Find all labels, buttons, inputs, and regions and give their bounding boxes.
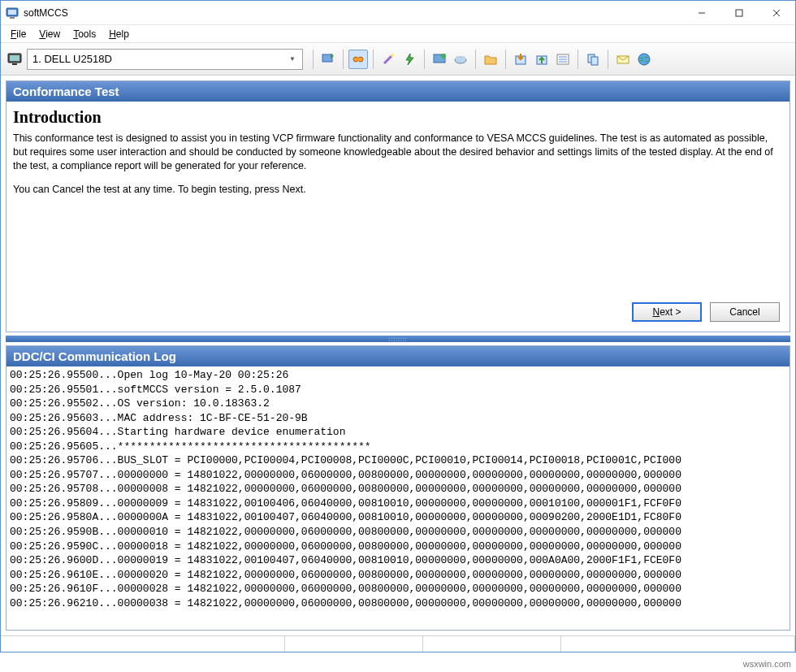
refresh-icon[interactable]: [318, 50, 338, 69]
watermark: wsxwin.com: [743, 659, 791, 669]
close-button[interactable]: [758, 1, 795, 24]
status-cell-3: [423, 636, 561, 652]
svg-rect-8: [10, 55, 19, 61]
chevron-down-icon: ▼: [286, 53, 299, 66]
conformance-body: Introduction This conformance test is de…: [6, 102, 790, 332]
svg-rect-1: [8, 10, 16, 15]
globe-icon[interactable]: [634, 50, 654, 69]
toolbar-separator: [475, 50, 476, 69]
toolbar-separator: [373, 50, 374, 69]
copy-icon[interactable]: [583, 50, 603, 69]
svg-point-17: [441, 54, 446, 59]
svg-rect-13: [356, 58, 361, 60]
display-select[interactable]: 1. DELL U2518D ▼: [27, 49, 303, 70]
menu-help[interactable]: Help: [102, 27, 136, 41]
log-panel-title: DDC/CI Communication Log: [6, 346, 790, 366]
maximize-button[interactable]: [720, 1, 758, 24]
intro-para-2: You can Cancel the test at any time. To …: [13, 183, 783, 197]
minimize-button[interactable]: [683, 1, 720, 24]
titlebar: softMCCS: [1, 1, 795, 25]
conformance-panel-title: Conformance Test: [6, 81, 790, 102]
toolbar-separator: [505, 50, 506, 69]
toolbar-separator: [313, 50, 314, 69]
list-icon[interactable]: [553, 50, 573, 69]
menu-file-rest: ile: [16, 28, 26, 40]
app-window: softMCCS File View Tools Help 1. DELL U2…: [0, 0, 796, 652]
menu-file[interactable]: File: [4, 27, 32, 41]
link-icon[interactable]: [348, 50, 368, 69]
folder-icon[interactable]: [481, 50, 500, 69]
intro-heading: Introduction: [13, 108, 783, 127]
cancel-button[interactable]: Cancel: [710, 302, 780, 322]
menubar: File View Tools Help: [1, 25, 795, 43]
toolbar-separator: [424, 50, 425, 69]
svg-rect-2: [10, 17, 15, 19]
splitter-handle[interactable]: ::::::::: [6, 336, 790, 342]
toolbar-separator: [578, 50, 578, 69]
log-panel: DDC/CI Communication Log 00:25:26.95500.…: [6, 345, 790, 631]
svg-point-15: [391, 54, 394, 57]
toolbar-separator: [608, 50, 608, 69]
conformance-panel: Conformance Test Introduction This confo…: [6, 80, 790, 332]
svg-line-14: [384, 55, 392, 63]
main-area: Conformance Test Introduction This confo…: [1, 76, 795, 635]
svg-rect-4: [736, 10, 742, 16]
status-cell-1: [1, 636, 285, 652]
cloud-icon[interactable]: [451, 50, 470, 69]
log-body[interactable]: 00:25:26.95500...Open log 10-May-20 00:2…: [6, 366, 790, 630]
toolbar-separator: [343, 50, 344, 69]
svg-rect-28: [591, 57, 598, 65]
statusbar: [1, 635, 795, 652]
export-icon[interactable]: [532, 50, 552, 69]
status-cell-4: [561, 636, 795, 652]
status-cell-2: [285, 636, 423, 652]
wizard-buttons: Next > Cancel: [13, 297, 783, 327]
window-title: softMCCS: [24, 7, 683, 19]
svg-point-20: [461, 56, 465, 61]
toolbar: 1. DELL U2518D ▼: [1, 43, 795, 76]
monitor-glyph-icon: [6, 50, 24, 68]
intro-para-1: This conformance test is designed to ass…: [13, 132, 783, 173]
app-icon: [6, 7, 19, 20]
svg-rect-9: [12, 63, 17, 65]
svg-point-19: [456, 56, 461, 61]
mail-icon[interactable]: [613, 50, 633, 69]
menu-view[interactable]: View: [32, 27, 67, 41]
monitor2-icon[interactable]: [430, 50, 449, 69]
bolt-icon[interactable]: [400, 50, 419, 69]
display-select-value: 1. DELL U2518D: [32, 53, 112, 65]
import-icon[interactable]: [511, 50, 530, 69]
wand-icon[interactable]: [379, 50, 398, 69]
window-controls: [683, 1, 795, 24]
next-button[interactable]: Next >: [632, 302, 702, 322]
intro-text: This conformance test is designed to ass…: [13, 132, 783, 206]
svg-point-30: [638, 54, 650, 65]
menu-tools[interactable]: Tools: [67, 27, 102, 41]
